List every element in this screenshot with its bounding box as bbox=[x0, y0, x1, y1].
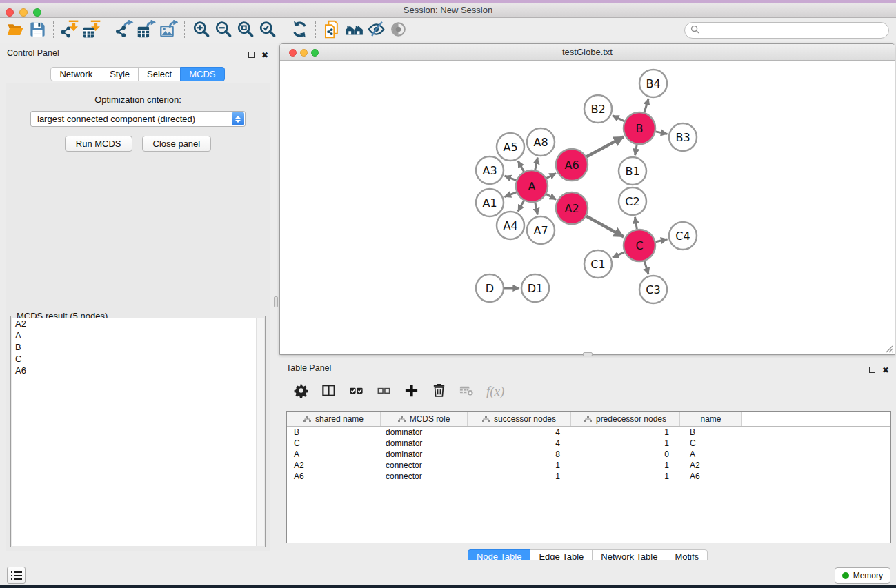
graph-node-B2[interactable]: B2 bbox=[584, 95, 612, 123]
graph-edge-A-A7[interactable] bbox=[535, 203, 538, 215]
graph-node-B3[interactable]: B3 bbox=[669, 123, 697, 151]
graph-edge-C-C3[interactable] bbox=[644, 261, 648, 274]
graph-edge-B-B2[interactable] bbox=[613, 116, 624, 121]
graph-edge-A-A3[interactable] bbox=[505, 176, 517, 180]
export-network-button[interactable] bbox=[113, 19, 135, 41]
fx-button[interactable]: f(x) bbox=[486, 384, 504, 399]
gear-button[interactable] bbox=[293, 383, 309, 401]
tab-select[interactable]: Select bbox=[138, 67, 181, 81]
graph-node-D1[interactable]: D1 bbox=[521, 274, 549, 302]
graph-edge-B-B4[interactable] bbox=[644, 99, 648, 112]
graph-edge-A-A5[interactable] bbox=[518, 161, 524, 172]
search-input[interactable] bbox=[703, 26, 883, 35]
tab-style[interactable]: Style bbox=[101, 67, 139, 81]
graph-edge-C-C2[interactable] bbox=[635, 217, 637, 230]
optimization-select[interactable]: largest connected component (directed) bbox=[30, 111, 246, 127]
graph-node-A2[interactable]: A2 bbox=[556, 192, 588, 224]
column-header-predecessor-nodes[interactable]: predecessor nodes bbox=[571, 412, 680, 426]
table-row[interactable]: A6connector11A6 bbox=[287, 471, 890, 482]
columns-button[interactable] bbox=[321, 383, 337, 401]
column-header-name[interactable]: name bbox=[680, 412, 742, 426]
graph-node-C3[interactable]: C3 bbox=[639, 276, 667, 303]
export-table-button[interactable] bbox=[135, 19, 157, 41]
result-scrollbar[interactable] bbox=[256, 318, 264, 546]
graph-edge-A-A4[interactable] bbox=[518, 201, 524, 212]
table-row[interactable]: A2connector11A2 bbox=[287, 460, 890, 471]
zoom-fit-button[interactable] bbox=[234, 19, 256, 41]
mcds-result-list[interactable]: A2ABCA6 bbox=[12, 318, 264, 546]
graph-edge-C-C1[interactable] bbox=[613, 252, 624, 258]
graph-node-A5[interactable]: A5 bbox=[497, 133, 524, 161]
network-canvas[interactable]: B4B2BB3A8A5A6A3B1AA1C2A2A4A7C4CC1C3DD1 bbox=[280, 61, 895, 355]
mcds-result-item[interactable]: C bbox=[12, 353, 264, 365]
zoom-in-button[interactable] bbox=[190, 19, 212, 41]
export-image-button[interactable] bbox=[157, 19, 179, 41]
network-file-button[interactable] bbox=[321, 19, 343, 41]
graph-node-A3[interactable]: A3 bbox=[476, 156, 504, 184]
folder-open-button[interactable] bbox=[4, 19, 26, 41]
graph-node-C1[interactable]: C1 bbox=[584, 250, 612, 278]
table-row[interactable]: Bdominator41B bbox=[287, 427, 890, 438]
import-table-button[interactable] bbox=[81, 19, 103, 41]
table-row[interactable]: Cdominator41C bbox=[287, 438, 890, 449]
run-mcds-button[interactable]: Run MCDS bbox=[65, 136, 132, 152]
network-window-titlebar[interactable]: testGlobe.txt bbox=[280, 44, 895, 61]
mcds-result-item[interactable]: A6 bbox=[12, 365, 264, 376]
close-panel-icon[interactable] bbox=[261, 48, 268, 61]
graph-node-D[interactable]: D bbox=[476, 274, 504, 302]
close-window-button[interactable] bbox=[6, 8, 14, 17]
close-panel-button[interactable]: Close panel bbox=[142, 136, 212, 152]
deselect-all-button[interactable] bbox=[376, 383, 392, 401]
graph-edge-A-A2[interactable] bbox=[546, 194, 556, 200]
graph-node-A[interactable]: A bbox=[516, 170, 548, 202]
close-table-panel-icon[interactable] bbox=[882, 363, 889, 376]
zoom-selected-button[interactable] bbox=[256, 19, 278, 41]
graph-node-A8[interactable]: A8 bbox=[527, 128, 555, 156]
import-network-button[interactable] bbox=[59, 19, 81, 41]
graph-edge-C-C4[interactable] bbox=[655, 239, 667, 242]
graph-node-C4[interactable]: C4 bbox=[669, 222, 697, 250]
show-panels-button[interactable] bbox=[7, 567, 26, 584]
graph-edge-A6-B[interactable] bbox=[586, 136, 624, 156]
float-panel-icon[interactable] bbox=[248, 52, 255, 58]
tab-mcds[interactable]: MCDS bbox=[180, 67, 224, 81]
graph-node-A7[interactable]: A7 bbox=[527, 216, 555, 244]
trash-button[interactable] bbox=[431, 383, 447, 401]
resize-grip-icon[interactable] bbox=[884, 343, 893, 353]
eye-slash-button[interactable] bbox=[365, 19, 387, 41]
zoom-out-button[interactable] bbox=[212, 19, 234, 41]
graph-node-B4[interactable]: B4 bbox=[639, 70, 667, 97]
column-header-shared-name[interactable]: shared name bbox=[287, 412, 381, 426]
eye-button[interactable] bbox=[387, 19, 409, 41]
main-titlebar[interactable]: Session: New Session bbox=[0, 3, 896, 18]
graph-edge-A2-C[interactable] bbox=[586, 216, 624, 237]
column-header-successor-nodes[interactable]: successor nodes bbox=[468, 412, 571, 426]
panel-divider-grip-horizontal[interactable] bbox=[583, 352, 593, 356]
graph-node-A6[interactable]: A6 bbox=[556, 149, 588, 181]
graph-node-A1[interactable]: A1 bbox=[476, 189, 504, 216]
houses-button[interactable] bbox=[343, 19, 365, 41]
mcds-result-item[interactable]: A bbox=[12, 330, 264, 341]
select-all-button[interactable] bbox=[348, 383, 364, 401]
graph-edge-A-A1[interactable] bbox=[504, 192, 516, 197]
memory-button[interactable]: Memory bbox=[835, 567, 890, 584]
graph-edge-B-B1[interactable] bbox=[635, 145, 637, 156]
plus-button[interactable] bbox=[404, 383, 419, 401]
save-button[interactable] bbox=[26, 19, 48, 41]
tab-network[interactable]: Network bbox=[50, 67, 101, 81]
network-minimize-button[interactable] bbox=[300, 49, 308, 57]
mcds-result-item[interactable]: B bbox=[12, 341, 264, 353]
graph-node-B[interactable]: B bbox=[624, 112, 655, 144]
graph-edge-A-A8[interactable] bbox=[535, 158, 538, 170]
panel-divider-grip-vertical[interactable] bbox=[274, 296, 278, 307]
refresh-button[interactable] bbox=[288, 19, 310, 41]
mcds-result-item[interactable]: A2 bbox=[12, 318, 264, 330]
network-zoom-button[interactable] bbox=[311, 49, 319, 57]
column-header-MCDS-role[interactable]: MCDS role bbox=[381, 412, 468, 426]
zoom-window-button[interactable] bbox=[33, 8, 41, 17]
table-row[interactable]: Adominator80A bbox=[287, 449, 890, 460]
delete-table-button[interactable] bbox=[459, 383, 475, 401]
graph-edge-B-B3[interactable] bbox=[656, 132, 668, 134]
graph-edge-A-A6[interactable] bbox=[546, 173, 556, 178]
graph-node-A4[interactable]: A4 bbox=[497, 212, 524, 239]
